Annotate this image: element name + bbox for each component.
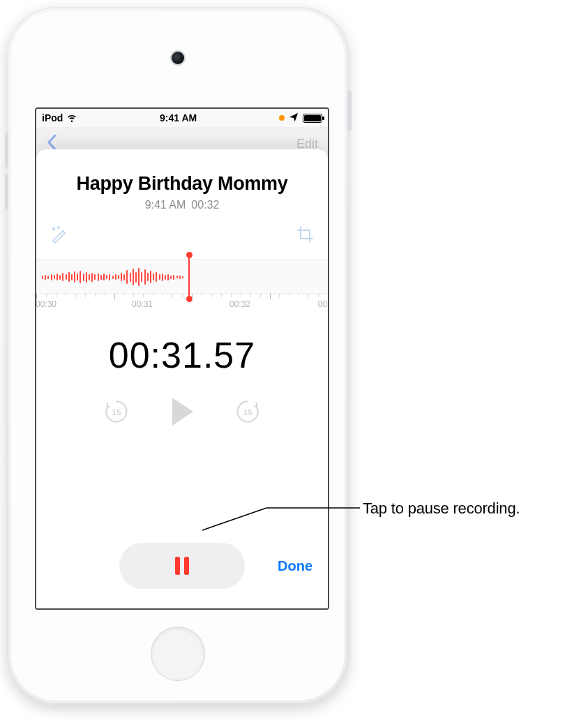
elapsed-timer: 00:31.57 bbox=[36, 334, 328, 376]
recording-duration: 00:32 bbox=[191, 199, 219, 211]
pause-icon bbox=[173, 555, 191, 576]
recording-indicator-dot bbox=[279, 115, 285, 121]
battery-icon bbox=[303, 114, 322, 123]
volume-up-button bbox=[5, 133, 8, 167]
ruler-label: 00: bbox=[318, 299, 329, 309]
ruler-label: 00:32 bbox=[229, 299, 250, 309]
skip-back-15-button[interactable]: 15 bbox=[103, 398, 130, 426]
callout-text: Tap to pause recording. bbox=[363, 500, 520, 518]
play-button[interactable] bbox=[168, 396, 196, 428]
location-icon bbox=[288, 112, 299, 124]
device-bezel: iPod 9:41 AM E bbox=[11, 11, 345, 700]
recording-subtitle: 9:41 AM00:32 bbox=[36, 199, 328, 211]
skip-forward-15-button[interactable]: 15 bbox=[234, 398, 262, 426]
recording-time-created: 9:41 AM bbox=[145, 199, 186, 211]
recording-sheet: Happy Birthday Mommy 9:41 AM00:32 bbox=[36, 149, 328, 608]
done-button[interactable]: Done bbox=[278, 558, 312, 574]
volume-down-button bbox=[5, 174, 8, 209]
home-button[interactable] bbox=[151, 627, 205, 681]
svg-text:15: 15 bbox=[112, 407, 121, 417]
enhance-icon[interactable] bbox=[50, 225, 68, 246]
ruler-label: 00:30 bbox=[36, 299, 56, 309]
screen: iPod 9:41 AM E bbox=[35, 107, 329, 610]
recording-title[interactable]: Happy Birthday Mommy bbox=[36, 173, 328, 195]
statusbar-time: 9:41 AM bbox=[160, 112, 197, 123]
svg-rect-3 bbox=[184, 557, 189, 575]
trim-icon[interactable] bbox=[296, 225, 314, 246]
ruler-label: 00:31 bbox=[132, 299, 153, 309]
wifi-icon bbox=[66, 112, 77, 124]
carrier-label: iPod bbox=[42, 112, 63, 123]
waveform-bars bbox=[36, 263, 183, 291]
ipod-device-frame: iPod 9:41 AM E bbox=[7, 7, 349, 705]
waveform[interactable]: 00:30 00:31 00:32 00: bbox=[36, 255, 328, 313]
time-ruler: 00:30 00:31 00:32 00: bbox=[36, 294, 328, 310]
status-bar: iPod 9:41 AM bbox=[36, 109, 328, 127]
front-camera bbox=[172, 52, 184, 64]
pause-recording-button[interactable] bbox=[119, 543, 245, 589]
transport-controls: 15 15 bbox=[36, 396, 328, 428]
svg-rect-2 bbox=[175, 557, 180, 575]
power-button bbox=[347, 91, 352, 131]
svg-text:15: 15 bbox=[243, 407, 252, 417]
